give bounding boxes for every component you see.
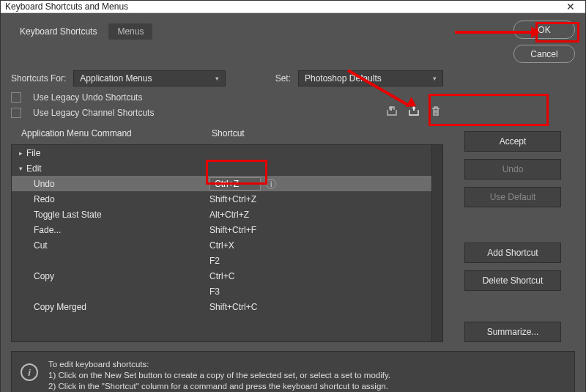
chevron-down-icon: ▾ [433,75,437,82]
window: Keyboard Shortcuts and Menus ✕ Keyboard … [0,0,586,392]
set-label: Set: [275,73,291,84]
scrollbar[interactable] [431,145,442,341]
legacy-channel-checkbox[interactable] [11,108,21,118]
tab-keyboard-shortcuts[interactable]: Keyboard Shortcuts [11,23,105,40]
tab-menus[interactable]: Menus [108,23,152,40]
tabs: Keyboard Shortcuts Menus [11,23,152,40]
cmd-name: Copy [34,271,209,281]
cmd-name: Redo [34,194,209,204]
shortcut-list: ▸ File ▾ Edit Undo Ctrl+Z [11,144,443,342]
delete-set-icon[interactable] [430,106,442,119]
window-title: Keyboard Shortcuts and Menus [5,1,128,12]
info-hint-icon: i [266,179,276,189]
cmd-name: Fade... [34,225,209,235]
row-copy-merged[interactable]: Copy Merged Shift+Ctrl+C [12,299,431,314]
titlebar: Keyboard Shortcuts and Menus ✕ [1,1,585,13]
cmd-shortcut: Shift+Ctrl+C [209,302,426,312]
side-buttons: Accept Undo Use Default Add Shortcut Del… [450,122,575,342]
chevron-down-icon: ▾ [19,165,26,172]
set-dropdown[interactable]: Photoshop Defaults ▾ [298,70,443,86]
cmd-shortcut: Shift+Ctrl+Z [209,194,426,204]
info-line-1: 1) Click on the New Set button to create… [48,370,390,381]
cmd-shortcut: F3 [209,286,426,297]
shortcuts-for-value: Application Menus [80,73,152,84]
new-set-icon[interactable] [408,106,420,119]
cmd-shortcut: Shift+Ctrl+F [209,225,426,235]
cmd-name: Cut [34,240,209,251]
delete-shortcut-button[interactable]: Delete Shortcut [464,270,561,291]
col-command: Application Menu Command [21,128,212,138]
row-cut-f2[interactable]: F2 [12,253,431,268]
accept-button[interactable]: Accept [464,131,561,152]
cmd-shortcut: Ctrl+X [209,240,426,251]
cmd-name: Copy Merged [34,302,209,312]
dialog-body: Keyboard Shortcuts Menus OK Cancel Short… [1,13,585,392]
row-fade[interactable]: Fade... Shift+Ctrl+F [12,222,431,237]
save-set-icon[interactable] [386,106,398,119]
use-default-button[interactable]: Use Default [464,187,561,207]
row-cut[interactable]: Cut Ctrl+X [12,237,431,253]
cancel-button[interactable]: Cancel [513,45,575,63]
group-file-label: File [26,148,40,158]
add-shortcut-button[interactable]: Add Shortcut [464,243,561,263]
undo-button[interactable]: Undo [464,159,561,180]
shortcut-input[interactable]: Ctrl+Z [209,177,261,191]
cmd-name: Undo [34,179,209,189]
column-headers: Application Menu Command Shortcut [11,122,443,144]
group-edit-label: Edit [26,163,42,174]
shortcuts-for-dropdown[interactable]: Application Menus ▾ [73,70,226,86]
cmd-shortcut: F2 [209,256,426,266]
group-file[interactable]: ▸ File [12,145,431,160]
cmd-name: Toggle Last State [34,210,209,220]
close-icon[interactable]: ✕ [560,1,581,12]
row-undo[interactable]: Undo Ctrl+Z i [12,176,431,191]
summarize-button[interactable]: Summarize... [464,322,561,342]
row-toggle[interactable]: Toggle Last State Alt+Ctrl+Z [12,207,431,222]
chevron-right-icon: ▸ [19,149,26,157]
legacy-channel-label: Use Legacy Channel Shortcuts [33,108,154,118]
col-shortcut: Shortcut [212,128,433,138]
info-heading: To edit keyboard shortcuts: [48,359,390,370]
row-copy-f3[interactable]: F3 [12,284,431,299]
legacy-undo-checkbox[interactable] [11,92,21,103]
shortcuts-for-label: Shortcuts For: [11,73,66,84]
info-icon: i [21,363,38,381]
ok-button[interactable]: OK [513,21,575,39]
top-row: Keyboard Shortcuts Menus OK Cancel [1,13,585,63]
row-copy[interactable]: Copy Ctrl+C [12,268,431,284]
set-value: Photoshop Defaults [305,73,382,84]
chevron-down-icon: ▾ [215,75,219,82]
info-line-2: 2) Click in the "Shortcut" column for a … [48,381,390,392]
row-redo[interactable]: Redo Shift+Ctrl+Z [12,191,431,207]
cmd-shortcut: Alt+Ctrl+Z [209,210,426,220]
info-box: i To edit keyboard shortcuts: 1) Click o… [11,351,575,392]
cmd-shortcut: Ctrl+C [209,271,426,281]
legacy-undo-label: Use Legacy Undo Shortcuts [33,92,142,103]
group-edit[interactable]: ▾ Edit [12,160,431,176]
